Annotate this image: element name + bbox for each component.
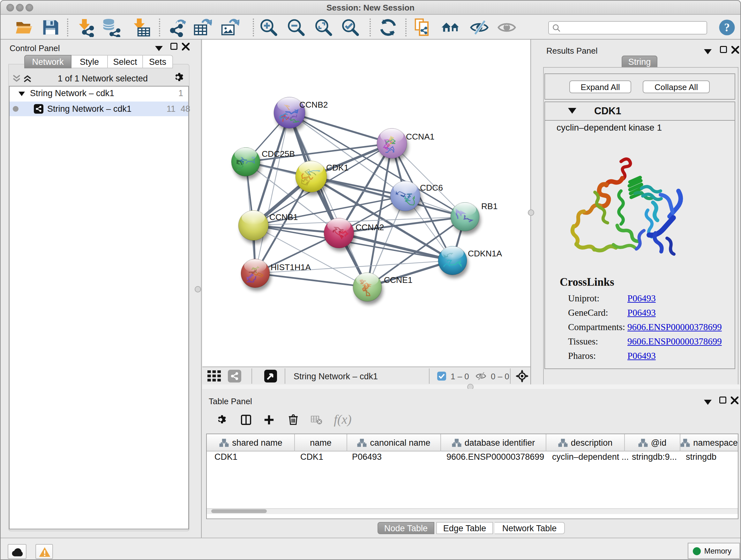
svg-text:CCNB2: CCNB2 — [299, 100, 328, 110]
svg-text:CCNA1: CCNA1 — [406, 132, 434, 141]
svg-text:CCNB1: CCNB1 — [269, 212, 298, 222]
svg-text:CDC6: CDC6 — [420, 183, 443, 192]
svg-text:RB1: RB1 — [481, 201, 497, 211]
svg-text:CDC25B: CDC25B — [262, 149, 295, 159]
svg-text:CCNE1: CCNE1 — [384, 275, 412, 285]
svg-text:HIST1H1A: HIST1H1A — [271, 262, 311, 272]
svg-text:CCNA2: CCNA2 — [355, 223, 384, 232]
svg-text:CDK1: CDK1 — [326, 163, 348, 172]
svg-text:CDKN1A: CDKN1A — [468, 249, 502, 258]
svg-text:?: ? — [724, 21, 730, 34]
